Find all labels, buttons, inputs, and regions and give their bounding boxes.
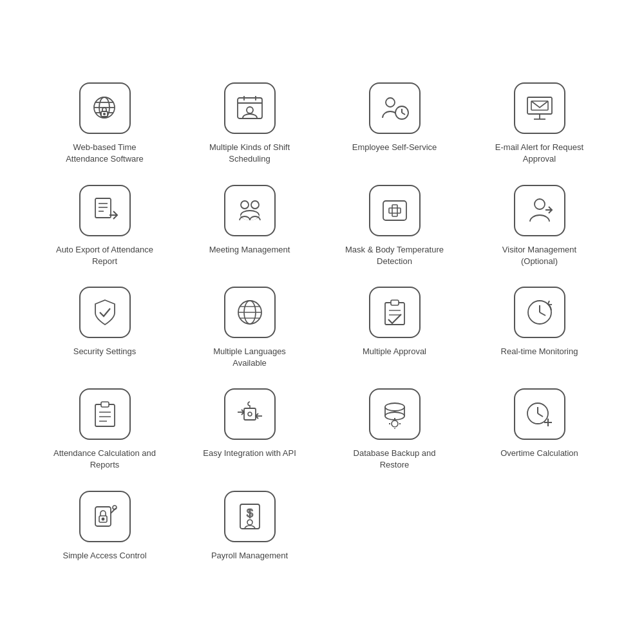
email-alert-icon-box [514,82,565,134]
meeting-mgmt-label: Meeting Management [209,244,290,256]
svg-rect-39 [391,300,399,305]
svg-rect-68 [95,507,111,526]
feature-web-based-time: Web-based Time Attendance Software [39,76,171,171]
svg-rect-30 [389,208,401,213]
svg-line-44 [540,312,545,316]
person-clock-icon [380,93,410,123]
feature-multi-approval: Multiple Approval [328,280,460,375]
svg-point-31 [535,199,545,209]
dollar-person-icon: $ [235,502,265,531]
email-alert-label: E-mail Alert for Request Approval [488,142,591,165]
svg-point-12 [386,98,395,107]
svg-point-6 [103,113,104,115]
feature-attendance-calc: Attendance Calculation and Reports [39,382,171,477]
shift-scheduling-label: Multiple Kinds of Shift Scheduling [198,142,301,165]
auto-export-icon-box [79,185,131,236]
checklist-check-icon [380,298,410,327]
feature-overtime: Overtime Calculation [473,382,605,477]
access-control-label: Simple Access Control [62,550,146,562]
svg-rect-29 [392,205,397,216]
globe-gear-icon [235,298,265,327]
overtime-icon-box [514,388,565,440]
attendance-calc-label: Attendance Calculation and Reports [53,448,156,471]
feature-access-control: Simple Access Control [39,484,171,568]
easy-integration-label: Easy Integration with API [203,448,296,459]
feature-payroll: $ Payroll Management [184,484,316,568]
web-based-time-icon-box [79,82,131,134]
svg-point-58 [392,421,398,427]
security-label: Security Settings [73,346,137,357]
svg-point-26 [251,201,259,209]
mask-temp-icon-box [369,185,421,236]
visitor-mgmt-icon-box [514,185,565,236]
feature-visitor-mgmt: Visitor Management (Optional) [473,178,605,274]
svg-rect-7 [238,98,262,118]
meeting-mgmt-icon-box [224,185,276,236]
web-based-time-label: Web-based Time Attendance Software [53,142,156,165]
svg-rect-20 [95,198,111,218]
visitor-icon [525,196,554,225]
db-backup-icon-box [369,388,421,440]
first-aid-face-icon [380,196,410,225]
globe-lock-icon [90,93,120,123]
clipboard-list-icon [90,399,120,429]
svg-rect-50 [244,408,256,420]
security-icon-box [79,287,131,338]
svg-point-25 [241,201,249,209]
export-doc-icon [90,196,120,225]
svg-point-75 [247,520,252,525]
svg-point-11 [247,107,253,113]
multi-approval-icon-box [369,287,421,338]
feature-email-alert: E-mail Alert for Request Approval [473,76,605,171]
meeting-icon [235,196,265,225]
svg-point-53 [248,412,252,416]
self-service-icon-box [369,82,421,134]
database-gear-icon [380,399,410,429]
feature-easy-integration: Easy Integration with API [184,382,316,477]
overtime-label: Overtime Calculation [500,448,578,459]
key-card-icon [90,502,120,531]
mask-temp-label: Mask & Body Temperature Detection [343,244,446,267]
attendance-calc-icon-box [79,388,131,440]
realtime-mon-icon-box [514,287,565,338]
feature-realtime-mon: Real-time Monitoring [473,280,605,375]
features-grid: Web-based Time Attendance Software Multi… [0,37,644,607]
visitor-mgmt-label: Visitor Management (Optional) [488,244,591,267]
shield-check-icon [90,298,120,327]
realtime-mon-label: Real-time Monitoring [501,346,578,357]
svg-rect-45 [95,404,115,426]
feature-shift-scheduling: Multiple Kinds of Shift Scheduling [184,76,316,171]
feature-security: Security Settings [39,280,171,375]
feature-mask-temp: Mask & Body Temperature Detection [328,178,460,274]
calendar-user-icon [235,93,265,123]
multi-lang-icon-box [224,287,276,338]
svg-rect-28 [383,201,406,220]
clock-arrow-icon [525,298,554,327]
multi-lang-label: Multiple Languages Available [198,346,301,369]
auto-export-label: Auto Export of Attendance Report [53,244,156,267]
svg-line-65 [538,413,543,417]
easy-integration-icon-box [224,388,276,440]
shift-scheduling-icon-box [224,82,276,134]
puzzle-arrows-icon [235,399,265,429]
svg-text:$: $ [246,507,252,520]
payroll-icon-box: $ [224,491,276,542]
clock-plus-icon [525,399,554,429]
payroll-label: Payroll Management [211,550,288,562]
access-control-icon-box [79,491,131,542]
svg-point-70 [102,518,104,520]
db-backup-label: Database Backup and Restore [343,448,446,471]
feature-multi-lang: Multiple Languages Available [184,280,316,375]
svg-point-54 [385,403,404,411]
feature-self-service: Employee Self-Service [328,76,460,171]
svg-rect-46 [101,402,109,407]
feature-auto-export: Auto Export of Attendance Report [39,178,171,274]
email-monitor-icon [525,93,554,123]
multi-approval-label: Multiple Approval [363,346,426,357]
feature-meeting-mgmt: Meeting Management [184,178,316,274]
self-service-label: Employee Self-Service [352,142,437,153]
feature-db-backup: Database Backup and Restore [328,382,460,477]
